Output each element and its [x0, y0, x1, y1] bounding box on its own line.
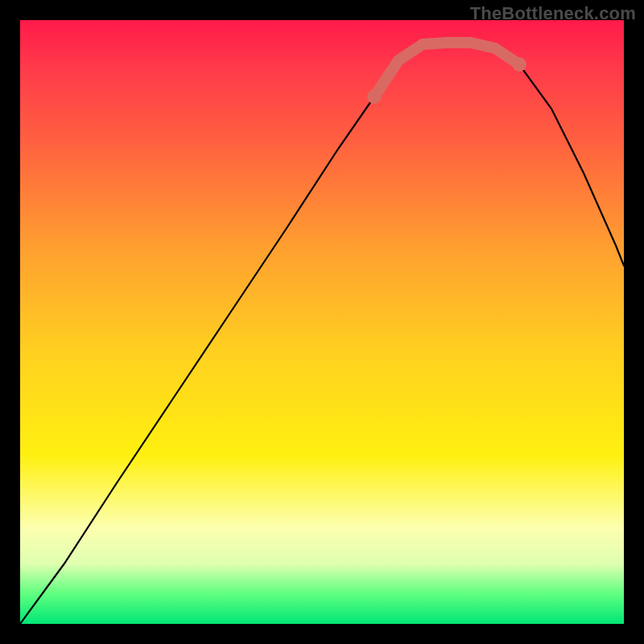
sweet-spot-highlight — [374, 43, 519, 97]
bottleneck-curve-path — [20, 43, 624, 624]
sweet-spot-dot-start — [367, 89, 382, 104]
sweet-spot-dot-end — [512, 57, 526, 72]
chart-svg — [20, 20, 624, 624]
